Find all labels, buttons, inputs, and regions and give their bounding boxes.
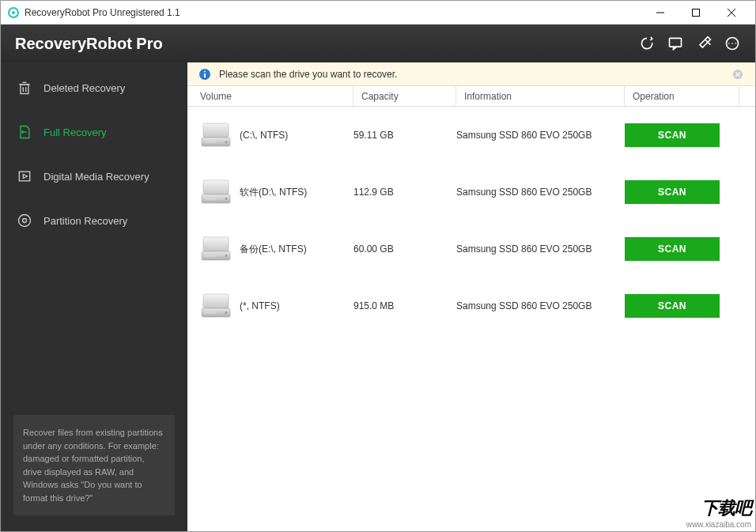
- scan-button[interactable]: SCAN: [625, 294, 720, 318]
- table-row[interactable]: 软件(D:\, NTFS)112.9 GBSamsung SSD 860 EVO…: [187, 164, 755, 221]
- svg-point-9: [731, 43, 733, 44]
- info-icon: [198, 68, 211, 81]
- svg-rect-42: [205, 311, 216, 314]
- svg-rect-39: [203, 294, 229, 308]
- table-header: Volume Capacity Information Operation: [187, 86, 755, 107]
- volume-name: (C:\, NTFS): [240, 130, 288, 141]
- sidebar-item-label: Deleted Recovery: [43, 82, 125, 94]
- scan-button[interactable]: SCAN: [625, 237, 720, 261]
- volume-name: 备份(E:\, NTFS): [240, 243, 307, 256]
- svg-rect-31: [203, 180, 229, 194]
- capacity-value: 59.11 GB: [353, 130, 456, 141]
- svg-point-41: [225, 311, 228, 314]
- app-icon: [7, 6, 20, 19]
- capacity-value: 60.00 GB: [353, 243, 456, 255]
- document-arrow-icon: [17, 124, 32, 140]
- sidebar-item-full-recovery[interactable]: Full Recovery: [1, 110, 187, 154]
- table-row[interactable]: 备份(E:\, NTFS)60.00 GBSamsung SSD 860 EVO…: [187, 221, 755, 277]
- minimize-button[interactable]: [642, 1, 678, 25]
- table-row[interactable]: (C:\, NTFS)59.11 GBSamsung SSD 860 EVO 2…: [187, 107, 755, 164]
- close-button[interactable]: [713, 1, 749, 25]
- scan-button[interactable]: SCAN: [625, 123, 720, 147]
- svg-rect-38: [205, 255, 216, 257]
- svg-rect-35: [203, 237, 229, 251]
- svg-rect-3: [692, 9, 699, 16]
- tool-icon[interactable]: [695, 35, 713, 52]
- svg-point-8: [728, 43, 730, 44]
- refresh-icon[interactable]: [638, 35, 656, 52]
- drive-icon: [200, 236, 232, 262]
- close-notice-button[interactable]: [731, 68, 744, 81]
- svg-point-29: [225, 141, 228, 143]
- drive-icon: [200, 122, 232, 149]
- sidebar: Deleted Recovery Full Recovery Digital M…: [1, 62, 187, 531]
- column-operation[interactable]: Operation: [625, 86, 739, 106]
- main-panel: Please scan the drive you want to recove…: [187, 62, 755, 531]
- svg-rect-22: [204, 74, 206, 77]
- sidebar-item-digital-media-recovery[interactable]: Digital Media Recovery: [1, 154, 187, 198]
- svg-point-19: [19, 215, 31, 227]
- sidebar-description: Recover files from existing partitions u…: [13, 415, 175, 515]
- svg-rect-27: [203, 123, 229, 138]
- sidebar-item-label: Full Recovery: [43, 126, 106, 138]
- column-capacity[interactable]: Capacity: [353, 86, 456, 106]
- trash-icon: [17, 80, 32, 96]
- more-icon[interactable]: [724, 35, 741, 52]
- info-value: Samsung SSD 860 EVO 250GB: [456, 187, 625, 198]
- sidebar-item-label: Digital Media Recovery: [43, 171, 149, 183]
- notice-text: Please scan the drive you want to recove…: [219, 69, 397, 80]
- svg-rect-6: [670, 38, 682, 47]
- capacity-value: 915.0 MB: [353, 300, 456, 311]
- volume-name: 软件(D:\, NTFS): [240, 186, 307, 199]
- svg-marker-18: [23, 175, 27, 179]
- disc-icon: [17, 213, 32, 228]
- svg-rect-34: [205, 198, 216, 200]
- table-body: (C:\, NTFS)59.11 GBSamsung SSD 860 EVO 2…: [187, 107, 755, 334]
- drive-icon: [200, 292, 232, 319]
- maximize-button[interactable]: [678, 1, 713, 25]
- column-information[interactable]: Information: [456, 86, 625, 106]
- titlebar: RecoveryRobot Pro Unregistered 1.1: [1, 1, 755, 25]
- volume-name: (*, NTFS): [240, 300, 280, 311]
- svg-rect-11: [21, 85, 28, 94]
- svg-rect-30: [205, 141, 216, 143]
- info-value: Samsung SSD 860 EVO 250GB: [456, 243, 625, 255]
- svg-point-10: [735, 43, 736, 44]
- app-title: RecoveryRobot Pro: [15, 35, 638, 53]
- svg-point-23: [204, 70, 206, 72]
- svg-point-33: [225, 198, 228, 200]
- capacity-value: 112.9 GB: [353, 187, 456, 198]
- sidebar-item-deleted-recovery[interactable]: Deleted Recovery: [1, 66, 187, 110]
- sidebar-item-partition-recovery[interactable]: Partition Recovery: [1, 198, 187, 243]
- app-header: RecoveryRobot Pro: [1, 25, 755, 62]
- table-row[interactable]: (*, NTFS)915.0 MBSamsung SSD 860 EVO 250…: [187, 277, 755, 334]
- info-value: Samsung SSD 860 EVO 250GB: [456, 300, 625, 311]
- play-box-icon: [17, 168, 32, 184]
- svg-point-37: [225, 255, 228, 257]
- info-value: Samsung SSD 860 EVO 250GB: [456, 130, 625, 141]
- sidebar-item-label: Partition Recovery: [43, 215, 127, 227]
- column-volume[interactable]: Volume: [187, 86, 353, 106]
- notice-bar: Please scan the drive you want to recove…: [187, 62, 755, 86]
- feedback-icon[interactable]: [667, 35, 684, 52]
- scan-button[interactable]: SCAN: [625, 180, 720, 204]
- window-title: RecoveryRobot Pro Unregistered 1.1: [25, 7, 642, 18]
- drive-icon: [200, 179, 232, 206]
- svg-point-20: [23, 219, 27, 223]
- svg-point-1: [12, 11, 15, 14]
